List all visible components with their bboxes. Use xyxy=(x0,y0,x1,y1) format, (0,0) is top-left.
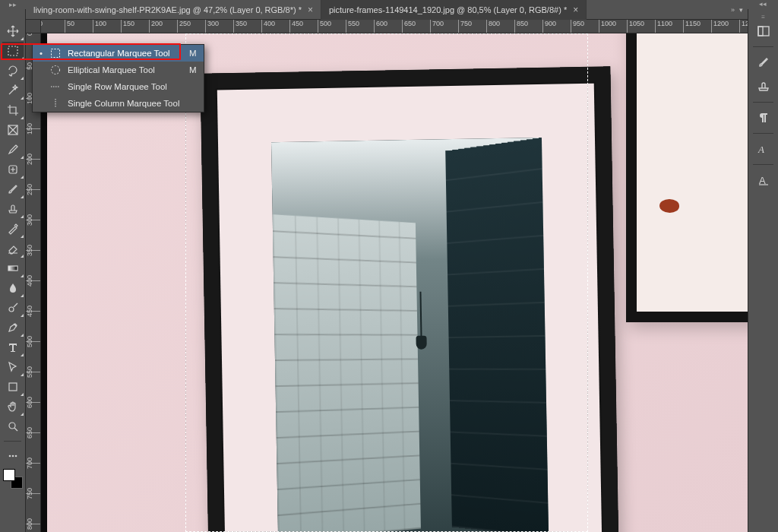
collapse-rightbar-handle[interactable]: ◂◂ xyxy=(748,0,778,9)
document-tab[interactable]: picture-frames-1149414_1920.jpg @ 80,5% … xyxy=(321,0,587,20)
foreground-color-swatch[interactable] xyxy=(3,469,15,481)
document-tabs-bar: living-room-with-swing-shelf-PR2K9AE.jpg… xyxy=(26,0,748,20)
right-panels-dock: ≡ A A xyxy=(748,9,778,532)
flyout-item-label: Elliptical Marquee Tool xyxy=(68,65,172,74)
magic-wand-tool[interactable] xyxy=(2,81,24,100)
horizontal-ruler[interactable]: 0501001502002503003504004505005506006507… xyxy=(41,20,748,33)
move-tool[interactable] xyxy=(2,21,24,41)
svg-point-8 xyxy=(11,455,14,458)
svg-rect-13 xyxy=(758,27,763,36)
single-row-marquee-icon xyxy=(49,81,62,92)
svg-rect-5 xyxy=(9,383,17,391)
ruler-origin[interactable] xyxy=(26,20,41,33)
flyout-item-single-column-marquee[interactable]: Single Column Marquee Tool xyxy=(33,95,204,112)
picture-frame-secondary xyxy=(626,33,748,322)
divider xyxy=(4,441,21,442)
character-styles-panel-icon[interactable]: A xyxy=(751,138,776,160)
frame-tool[interactable] xyxy=(2,120,24,140)
clone-stamp-tool[interactable] xyxy=(2,199,24,219)
history-brush-tool[interactable] xyxy=(2,219,24,239)
active-dot-icon: • xyxy=(39,49,43,58)
divider xyxy=(753,164,773,165)
collapse-toolbar-handle[interactable]: ▸▸ xyxy=(0,0,26,9)
svg-point-6 xyxy=(9,423,15,429)
divider xyxy=(753,46,773,47)
gradient-tool[interactable] xyxy=(2,258,24,278)
character-panel-icon[interactable]: A xyxy=(751,169,776,192)
type-tool[interactable] xyxy=(2,337,24,357)
picture-mat xyxy=(217,84,603,532)
toggle-panels-icon[interactable] xyxy=(751,20,776,43)
pen-tool[interactable] xyxy=(2,318,24,337)
svg-rect-10 xyxy=(52,49,60,58)
dodge-tool[interactable] xyxy=(2,298,24,318)
svg-point-9 xyxy=(14,455,17,458)
flyout-item-single-row-marquee[interactable]: Single Row Marquee Tool xyxy=(33,78,204,95)
flyout-item-shortcut: M xyxy=(189,49,197,58)
path-selection-tool[interactable] xyxy=(2,357,24,377)
dock-grip[interactable]: ≡ xyxy=(748,14,778,18)
eyedropper-tool[interactable] xyxy=(2,140,24,160)
divider xyxy=(753,102,773,103)
single-column-marquee-icon xyxy=(49,98,62,109)
framed-photo xyxy=(271,138,549,532)
flyout-item-rectangular-marquee[interactable]: • Rectangular Marquee Tool M xyxy=(33,45,204,62)
zoom-tool[interactable] xyxy=(2,416,24,436)
edit-toolbar-button[interactable] xyxy=(2,446,24,466)
svg-rect-3 xyxy=(8,266,17,271)
clone-source-panel-icon[interactable] xyxy=(751,75,776,98)
svg-point-4 xyxy=(9,307,14,312)
blur-tool[interactable] xyxy=(2,278,24,298)
flyout-item-label: Single Row Marquee Tool xyxy=(68,82,179,91)
eraser-tool[interactable] xyxy=(2,239,24,258)
shape-tool[interactable] xyxy=(2,377,24,397)
document-tab-title: living-room-with-swing-shelf-PR2K9AE.jpg… xyxy=(33,5,302,14)
divider xyxy=(753,133,773,134)
color-swatches[interactable] xyxy=(3,469,23,489)
ruler-tick: 800 xyxy=(26,517,41,532)
document-tab-title: picture-frames-1149414_1920.jpg @ 80,5% … xyxy=(329,5,567,14)
marquee-tool[interactable] xyxy=(2,41,24,61)
close-icon[interactable]: × xyxy=(308,5,313,15)
tools-panel xyxy=(0,9,26,532)
flyout-item-label: Rectangular Marquee Tool xyxy=(68,49,172,58)
close-icon[interactable]: × xyxy=(573,5,578,15)
marquee-tool-flyout: • Rectangular Marquee Tool M Elliptical … xyxy=(32,44,204,112)
svg-text:A: A xyxy=(757,144,764,155)
brush-tool[interactable] xyxy=(2,179,24,199)
picture-frame xyxy=(200,66,620,532)
paragraph-panel-icon[interactable] xyxy=(751,106,776,129)
svg-point-7 xyxy=(8,455,11,458)
hand-tool[interactable] xyxy=(2,397,24,416)
document-tab[interactable]: living-room-with-swing-shelf-PR2K9AE.jpg… xyxy=(26,0,321,20)
lasso-tool[interactable] xyxy=(2,61,24,81)
brush-settings-panel-icon[interactable] xyxy=(751,51,776,74)
svg-rect-12 xyxy=(758,27,769,36)
svg-point-11 xyxy=(52,66,60,74)
elliptical-marquee-icon xyxy=(49,65,62,75)
flyout-item-elliptical-marquee[interactable]: Elliptical Marquee Tool M xyxy=(33,62,204,78)
tab-overflow[interactable]: »▾ xyxy=(726,6,748,14)
healing-brush-tool[interactable] xyxy=(2,160,24,179)
rectangular-marquee-icon xyxy=(49,48,62,59)
flyout-item-shortcut: M xyxy=(189,65,197,74)
svg-rect-0 xyxy=(8,46,17,55)
crop-tool[interactable] xyxy=(2,100,24,120)
flyout-item-label: Single Column Marquee Tool xyxy=(68,99,179,108)
ruler-tick: 1250 xyxy=(739,20,748,33)
